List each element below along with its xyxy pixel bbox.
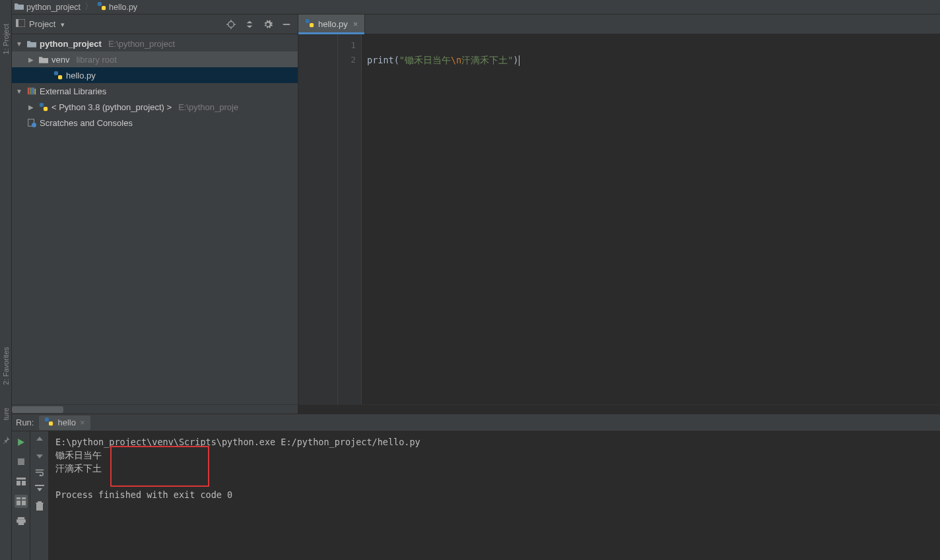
print-icon[interactable] bbox=[15, 514, 28, 528]
svg-rect-10 bbox=[54, 71, 58, 75]
down-arrow-icon[interactable] bbox=[36, 452, 44, 462]
editor-area: hello.py × 1 2 print("锄禾日当午\n汗滴禾下土") bbox=[298, 15, 940, 414]
tree-root-path: E:\python_project bbox=[108, 39, 175, 49]
console-exit-line: Process finished with exit code 0 bbox=[55, 488, 933, 501]
scrollbar-thumb[interactable] bbox=[12, 406, 63, 413]
svg-rect-23 bbox=[49, 421, 53, 425]
svg-rect-12 bbox=[28, 88, 30, 95]
run-console[interactable]: E:\python_project\venv\Scripts\python.ex… bbox=[49, 431, 940, 560]
tree-node-root[interactable]: ▼ python_project E:\python_project bbox=[12, 36, 298, 51]
chevron-right-icon[interactable]: ▶ bbox=[26, 104, 36, 111]
project-toolwindow: Project ▼ bbox=[12, 15, 298, 414]
editor-tab-label: hello.py bbox=[318, 19, 348, 29]
tree-venv-label: venv bbox=[51, 55, 69, 65]
svg-rect-21 bbox=[310, 23, 314, 27]
expand-all-icon[interactable] bbox=[242, 17, 257, 32]
line-number: 1 bbox=[338, 38, 356, 53]
tree-node-external-libraries[interactable]: ▼ External Libraries bbox=[12, 83, 298, 99]
tree-sdk-path: E:\python_proje bbox=[178, 102, 238, 112]
chevron-down-icon bbox=[61, 19, 65, 29]
svg-rect-13 bbox=[30, 88, 32, 95]
breadcrumb-root[interactable]: python_project bbox=[15, 3, 81, 12]
svg-rect-32 bbox=[17, 517, 24, 519]
tree-node-scratches[interactable]: ▶ Scratches and Consoles bbox=[12, 115, 298, 131]
project-view-switcher[interactable]: Project bbox=[16, 19, 65, 29]
tree-scratches-label: Scratches and Consoles bbox=[40, 118, 133, 128]
run-toolwindow: Run: hello × E:\python_proj bbox=[12, 414, 940, 560]
svg-rect-30 bbox=[22, 501, 26, 505]
line-number-gutter: 1 2 bbox=[338, 34, 362, 404]
content-row: Project ▼ bbox=[12, 15, 940, 414]
left-toolwindow-stripe: 1: Project 2: Favorites ture bbox=[0, 0, 12, 560]
svg-rect-3 bbox=[16, 19, 18, 27]
close-icon[interactable]: × bbox=[353, 19, 358, 29]
up-arrow-icon[interactable] bbox=[36, 435, 44, 445]
rerun-icon[interactable] bbox=[15, 435, 28, 449]
svg-rect-17 bbox=[44, 107, 48, 111]
svg-rect-28 bbox=[17, 501, 20, 505]
run-nav-toolbar bbox=[30, 431, 49, 560]
svg-rect-11 bbox=[58, 75, 62, 79]
svg-rect-27 bbox=[22, 481, 26, 485]
minimize-icon[interactable] bbox=[279, 17, 294, 32]
delete-icon[interactable] bbox=[36, 501, 44, 513]
svg-rect-29 bbox=[22, 497, 26, 499]
favorites-toolwindow-button[interactable]: 2: Favorites bbox=[2, 347, 10, 385]
stop-icon[interactable] bbox=[15, 455, 28, 468]
svg-rect-37 bbox=[38, 501, 42, 503]
chevron-right-icon[interactable]: ▶ bbox=[26, 56, 36, 63]
code-body[interactable]: print("锄禾日当午\n汗滴禾下土") bbox=[362, 34, 940, 404]
tree-hello-label: hello.py bbox=[66, 71, 96, 80]
breadcrumb: python_project 〉 hello.py bbox=[12, 0, 940, 15]
library-icon bbox=[26, 86, 37, 96]
scratches-icon bbox=[26, 117, 37, 128]
python-file-icon bbox=[305, 18, 314, 30]
python-file-icon bbox=[53, 70, 63, 80]
close-icon[interactable]: × bbox=[80, 418, 85, 427]
code-line-1[interactable] bbox=[367, 38, 935, 53]
chevron-down-icon[interactable]: ▼ bbox=[15, 88, 24, 95]
svg-rect-35 bbox=[35, 485, 44, 486]
breadcrumb-file[interactable]: hello.py bbox=[97, 1, 137, 13]
run-action-toolbar bbox=[12, 431, 30, 560]
run-tab[interactable]: hello × bbox=[39, 416, 90, 430]
editor-tab-hello[interactable]: hello.py × bbox=[298, 15, 365, 34]
svg-rect-25 bbox=[17, 478, 26, 480]
project-header-title: Project bbox=[29, 19, 55, 29]
run-body: E:\python_project\venv\Scripts\python.ex… bbox=[12, 431, 940, 560]
pin-icon[interactable] bbox=[2, 436, 10, 445]
run-tab-label: hello bbox=[57, 418, 75, 427]
project-horizontal-scrollbar[interactable] bbox=[12, 404, 298, 414]
breadcrumb-separator: 〉 bbox=[84, 1, 93, 13]
project-toolwindow-button[interactable]: 1: Project bbox=[2, 24, 10, 54]
scroll-to-end-icon[interactable] bbox=[35, 485, 44, 495]
chevron-down-icon[interactable]: ▼ bbox=[15, 40, 24, 47]
tree-node-python-sdk[interactable]: ▶ < Python 3.8 (python_project) > E:\pyt… bbox=[12, 99, 298, 115]
tree-sdk-label: < Python 3.8 (python_project) > bbox=[51, 102, 172, 112]
run-header-label: Run: bbox=[16, 418, 34, 427]
tree-node-hello[interactable]: ▶ hello.py bbox=[12, 67, 298, 83]
code-line-2[interactable]: print("锄禾日当午\n汗滴禾下土") bbox=[367, 53, 935, 67]
python-icon bbox=[44, 417, 53, 428]
locate-icon[interactable] bbox=[224, 17, 238, 32]
svg-rect-16 bbox=[40, 103, 44, 107]
run-toolwindow-header: Run: hello × bbox=[12, 414, 940, 431]
editor-horizontal-scrollbar[interactable] bbox=[298, 404, 940, 414]
svg-rect-20 bbox=[306, 19, 310, 23]
svg-rect-1 bbox=[102, 6, 106, 10]
svg-rect-36 bbox=[36, 503, 43, 511]
layout-icon[interactable] bbox=[15, 475, 28, 488]
soft-wrap-icon[interactable] bbox=[35, 468, 44, 478]
python-icon bbox=[38, 102, 49, 112]
editor-left-gutter bbox=[298, 34, 338, 404]
structure-toolwindow-button[interactable]: ture bbox=[2, 408, 10, 420]
tree-extlib-label: External Libraries bbox=[40, 86, 106, 96]
svg-rect-15 bbox=[34, 89, 36, 95]
gear-icon[interactable] bbox=[261, 17, 275, 32]
console-blank-line bbox=[55, 475, 933, 488]
breadcrumb-file-label: hello.py bbox=[109, 3, 137, 12]
svg-rect-38 bbox=[36, 503, 44, 503]
pin-tab-icon[interactable] bbox=[15, 495, 28, 508]
project-tree[interactable]: ▼ python_project E:\python_project ▶ ven… bbox=[12, 34, 298, 404]
tree-node-venv[interactable]: ▶ venv library root bbox=[12, 51, 298, 67]
